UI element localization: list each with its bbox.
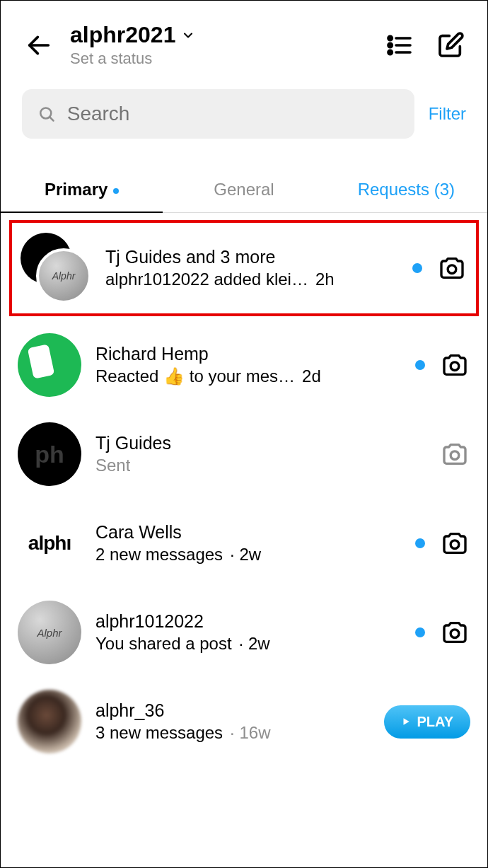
- conversation-row[interactable]: Alphr alphr1012022 You shared a post · 2…: [1, 588, 487, 677]
- conversation-row[interactable]: alphr_36 3 new messages · 16w PLAY: [1, 677, 487, 766]
- svg-point-13: [451, 630, 459, 638]
- svg-point-9: [448, 265, 456, 274]
- tab-label: Primary: [45, 180, 108, 199]
- camera-button[interactable]: [436, 253, 467, 284]
- conversation-subtitle: 2 new messages: [95, 543, 223, 566]
- search-input[interactable]: [67, 103, 399, 125]
- avatar: [18, 333, 81, 397]
- conversation-subtitle: You shared a post: [95, 632, 232, 655]
- unread-dot-icon: [415, 360, 425, 370]
- svg-marker-14: [404, 718, 409, 724]
- chevron-down-icon: [181, 28, 195, 42]
- compose-icon: [436, 31, 465, 59]
- conversation-row[interactable]: Tj Guides Sent: [1, 410, 487, 499]
- conversation-subtitle: 3 new messages: [95, 722, 223, 744]
- unread-dot-icon: [415, 627, 425, 637]
- conversation-title: Cara Wells: [95, 521, 401, 544]
- conversation-time: · 2w: [239, 634, 270, 654]
- tabs: Primary General Requests (3): [1, 167, 487, 213]
- username: alphr2021: [70, 22, 175, 48]
- avatar-group: Alphr: [21, 233, 91, 303]
- play-button[interactable]: PLAY: [384, 705, 470, 739]
- tab-general[interactable]: General: [163, 167, 325, 212]
- conversation-text: alphr1012022 You shared a post · 2w: [95, 610, 401, 656]
- conversation-title: alphr1012022: [95, 610, 401, 633]
- avatar: [18, 422, 81, 486]
- tab-requests[interactable]: Requests (3): [325, 167, 487, 212]
- search-icon: [37, 104, 56, 124]
- conversation-subtitle: Reacted 👍 to your mes…: [95, 365, 295, 388]
- conversation-time: · 16w: [230, 723, 270, 743]
- avatar: Alphr: [18, 601, 81, 664]
- status-text[interactable]: Set a status: [70, 50, 370, 68]
- tab-primary[interactable]: Primary: [1, 167, 163, 212]
- play-icon: [401, 717, 411, 727]
- conversation-time: 2d: [302, 366, 321, 386]
- svg-point-1: [388, 36, 392, 40]
- back-button[interactable]: [22, 28, 56, 62]
- unread-dot-icon: [412, 263, 422, 273]
- conversation-subtitle: Sent: [95, 454, 130, 477]
- filter-button[interactable]: Filter: [429, 104, 466, 124]
- compose-button[interactable]: [435, 30, 466, 61]
- conversation-row[interactable]: Richard Hemp Reacted 👍 to your mes… 2d: [1, 320, 487, 410]
- list-icon: [385, 31, 414, 59]
- conversation-text: alphr_36 3 new messages · 16w: [95, 699, 370, 745]
- svg-line-8: [50, 117, 53, 121]
- conversation-text: Tj Guides Sent: [95, 432, 425, 478]
- svg-point-5: [388, 50, 392, 54]
- search-box[interactable]: [22, 89, 414, 139]
- conversation-time: · 2w: [230, 545, 261, 565]
- conversation-title: Tj Guides and 3 more: [105, 245, 398, 269]
- camera-button[interactable]: [439, 349, 470, 381]
- conversation-row[interactable]: Alphr Tj Guides and 3 more alphr1012022 …: [9, 220, 479, 316]
- unread-dot-icon: [415, 538, 425, 548]
- camera-button[interactable]: [439, 528, 470, 559]
- conversation-list: Alphr Tj Guides and 3 more alphr1012022 …: [1, 213, 487, 766]
- camera-button[interactable]: [439, 617, 470, 648]
- svg-point-11: [451, 451, 459, 460]
- conversation-title: alphr_36: [95, 699, 370, 722]
- unread-indicator-icon: [113, 188, 119, 194]
- conversation-text: Richard Hemp Reacted 👍 to your mes… 2d: [95, 342, 401, 388]
- play-label: PLAY: [417, 714, 453, 730]
- list-settings-button[interactable]: [384, 30, 415, 61]
- arrow-left-icon: [25, 31, 53, 59]
- conversation-row[interactable]: alphı Cara Wells 2 new messages · 2w: [1, 499, 487, 588]
- conversation-title: Tj Guides: [95, 432, 425, 455]
- conversation-text: Tj Guides and 3 more alphr1012022 added …: [105, 245, 398, 291]
- conversation-time: 2h: [315, 270, 335, 289]
- conversation-title: Richard Hemp: [95, 342, 401, 366]
- svg-point-10: [451, 362, 459, 371]
- svg-point-12: [451, 540, 459, 549]
- avatar: alphı: [18, 511, 81, 575]
- conversation-text: Cara Wells 2 new messages · 2w: [95, 521, 401, 567]
- avatar: [18, 690, 81, 753]
- svg-point-3: [388, 43, 392, 47]
- account-switcher[interactable]: alphr2021 Set a status: [70, 22, 370, 68]
- conversation-subtitle: alphr1012022 added klei…: [105, 268, 308, 291]
- camera-button[interactable]: [439, 439, 470, 470]
